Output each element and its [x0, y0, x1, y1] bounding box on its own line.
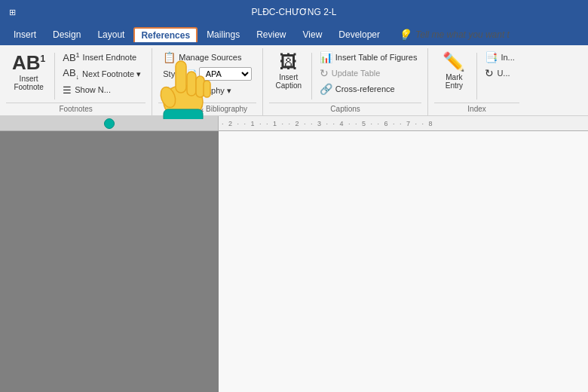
footnote-icon: AB1	[12, 53, 45, 72]
menu-insert[interactable]: Insert	[6, 26, 44, 43]
endnote-icon: AB1	[63, 51, 79, 63]
ruler-text: · 2 · · 1 · · 1 · · 2 · · 3 · · 4 · · 5 …	[222, 120, 434, 127]
insert-caption-button[interactable]: 🖼 InsertCaption	[269, 50, 308, 93]
mark-entry-button[interactable]: ✏️ MarkEntry	[434, 50, 473, 93]
manage-sources-icon: 📋	[163, 51, 176, 63]
insert-endnote-button[interactable]: AB1 Insert Endnote	[58, 50, 145, 65]
cross-reference-icon: 🔗	[320, 83, 332, 95]
next-footnote-label: Next Footnote ▾	[82, 69, 141, 79]
bibliography-icon: 📖	[163, 84, 176, 96]
ribbon: AB1 InsertFootnote AB1 Insert Endnote AB…	[0, 45, 588, 116]
captions-group: 🖼 InsertCaption 📊 Insert Table of Figure…	[263, 48, 429, 115]
menu-view[interactable]: View	[296, 26, 330, 43]
insert-table-of-figures-button[interactable]: 📊 Insert Table of Figures	[315, 50, 422, 65]
update-index-label: U...	[497, 69, 510, 78]
menu-design[interactable]: Design	[45, 26, 88, 43]
citations-label: Citations & Bibliography	[158, 103, 256, 115]
tell-me-text: Tell me what you want t	[415, 29, 510, 40]
menu-references[interactable]: References	[133, 27, 198, 42]
update-table-icon: ↻	[320, 67, 329, 79]
document-area	[0, 131, 588, 392]
menu-layout[interactable]: Layout	[90, 26, 132, 43]
quick-access[interactable]: ⊞	[0, 8, 24, 17]
menu-bar: Insert Design Layout References Mailings…	[0, 24, 588, 45]
captions-buttons: 🖼 InsertCaption 📊 Insert Table of Figure…	[269, 48, 422, 103]
cross-reference-label: Cross-reference	[335, 84, 395, 93]
citations-stack: 📋 Manage Sources Style: 📄 APA MLA Chicag…	[158, 50, 256, 98]
show-notes-label: Show N...	[75, 85, 111, 94]
insert-index-label: In...	[501, 53, 514, 62]
mark-entry-label: MarkEntry	[446, 73, 463, 90]
index-label: Index	[434, 103, 519, 115]
citations-group: 📋 Manage Sources Style: 📄 APA MLA Chicag…	[152, 48, 263, 115]
divider2	[311, 53, 312, 100]
mark-entry-icon: ✏️	[443, 53, 465, 71]
bibliography-button[interactable]: 📖 Bibliography ▾	[158, 83, 256, 98]
insert-footnote-label: InsertFootnote	[14, 75, 43, 91]
style-select-container[interactable]: 📄 APA MLA Chicago	[187, 67, 252, 81]
update-table-label: Update Table	[332, 69, 381, 78]
footnotes-label: Footnotes	[6, 103, 145, 115]
ruler-left	[0, 116, 219, 130]
next-footnote-button[interactable]: AB↓ Next Footnote ▾	[58, 66, 145, 82]
style-row[interactable]: Style: 📄 APA MLA Chicago	[158, 66, 256, 82]
table-of-figures-icon: 📊	[320, 51, 332, 63]
insert-endnote-label: Insert Endnote	[83, 53, 137, 62]
tell-me-bar[interactable]: 💡 Tell me what you want t	[389, 29, 519, 41]
ruler: · 2 · · 1 · · 1 · · 2 · · 3 · · 4 · · 5 …	[0, 116, 588, 131]
menu-mailings[interactable]: Mailings	[199, 26, 247, 43]
menu-review[interactable]: Review	[249, 26, 293, 43]
caption-icon: 🖼	[280, 53, 298, 71]
ruler-marks: · 2 · · 1 · · 1 · · 2 · · 3 · · 4 · · 5 …	[219, 116, 588, 130]
footnotes-buttons: AB1 InsertFootnote AB1 Insert Endnote AB…	[6, 48, 145, 103]
insert-index-icon: 📑	[485, 51, 498, 63]
insert-table-of-figures-label: Insert Table of Figures	[335, 53, 418, 62]
citations-buttons: 📋 Manage Sources Style: 📄 APA MLA Chicag…	[158, 48, 256, 103]
captions-label: Captions	[269, 103, 422, 115]
index-stack: 📑 In... ↻ U...	[480, 50, 519, 81]
footnotes-group: AB1 InsertFootnote AB1 Insert Endnote AB…	[0, 48, 152, 115]
quick-access-icon: ⊞	[9, 8, 16, 17]
index-buttons: ✏️ MarkEntry 📑 In... ↻ U...	[434, 48, 519, 103]
manage-sources-button[interactable]: 📋 Manage Sources	[158, 50, 256, 65]
style-dropdown[interactable]: APA MLA Chicago	[199, 67, 252, 81]
divider3	[476, 53, 477, 100]
divider	[54, 53, 55, 100]
sidebar-panel	[0, 131, 219, 392]
cross-reference-button[interactable]: 🔗 Cross-reference	[315, 81, 422, 96]
manage-sources-label: Manage Sources	[179, 53, 241, 62]
show-notes-button[interactable]: ☰ Show N...	[58, 83, 145, 97]
insert-caption-label: InsertCaption	[276, 73, 302, 90]
style-icon: 📄	[187, 69, 198, 79]
document-page	[219, 131, 588, 392]
footnote-small-stack: AB1 Insert Endnote AB↓ Next Footnote ▾ ☰…	[58, 50, 145, 97]
style-label: Style:	[163, 69, 184, 78]
show-notes-icon: ☰	[63, 84, 72, 96]
title-bar: ⊞ PLĐC-CHƯƠNG 2-L	[0, 0, 588, 24]
update-index-button[interactable]: ↻ U...	[480, 66, 519, 81]
update-index-icon: ↻	[485, 67, 494, 79]
bibliography-label: Bibliography ▾	[179, 86, 231, 96]
next-footnote-icon: AB↓	[63, 67, 79, 81]
ruler-circle	[104, 118, 115, 129]
captions-stack: 📊 Insert Table of Figures ↻ Update Table…	[315, 50, 422, 96]
insert-footnote-button[interactable]: AB1 InsertFootnote	[6, 50, 51, 94]
document-title: PLĐC-CHƯƠNG 2-L	[251, 7, 336, 17]
lightbulb-icon: 💡	[398, 29, 411, 41]
update-table-button[interactable]: ↻ Update Table	[315, 66, 422, 81]
index-group: ✏️ MarkEntry 📑 In... ↻ U... Index	[428, 48, 525, 115]
menu-developer[interactable]: Developer	[331, 26, 387, 43]
insert-index-button[interactable]: 📑 In...	[480, 50, 519, 65]
